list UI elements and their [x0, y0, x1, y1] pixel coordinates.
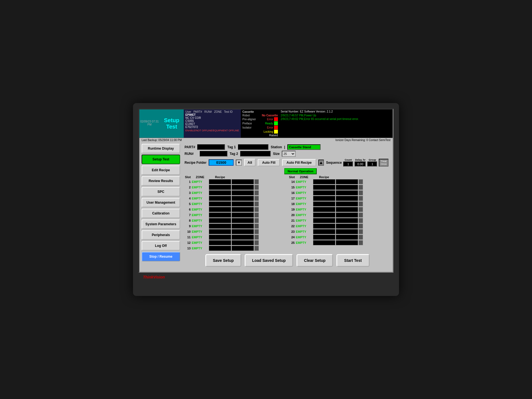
sequence-button[interactable]: Normal Operation: [284, 168, 317, 174]
recipe-input-18[interactable]: [336, 201, 358, 206]
recipe-dropdown-13[interactable]: [254, 246, 259, 251]
recipe-dropdown-25[interactable]: [359, 240, 363, 245]
zone-input-1[interactable]: [209, 179, 231, 184]
zone-input-24[interactable]: [313, 235, 335, 240]
recipe-input-2[interactable]: [232, 185, 254, 190]
recipe-input-8[interactable]: [232, 218, 254, 223]
recipe-input-5[interactable]: [232, 201, 254, 206]
save-setup-button[interactable]: Save Setup: [205, 254, 241, 267]
recipe-dropdown-9[interactable]: [254, 224, 259, 229]
zone-input-10[interactable]: [209, 229, 231, 234]
recipe-input-25[interactable]: [336, 240, 358, 245]
zone-input-5[interactable]: [209, 201, 231, 206]
zone-input-12[interactable]: [209, 240, 231, 245]
recipe-dropdown-19[interactable]: [359, 207, 363, 212]
recipe-input-9[interactable]: [232, 224, 254, 229]
recipe-input-19[interactable]: [336, 207, 358, 212]
zone-input-22[interactable]: [313, 224, 335, 229]
start-test-button[interactable]: Start Test: [336, 254, 370, 267]
recipe-input-1[interactable]: [232, 179, 254, 184]
recipe-dropdown-21[interactable]: [359, 218, 363, 223]
zone-input-17[interactable]: [313, 196, 335, 201]
recipe-input-7[interactable]: [232, 213, 254, 218]
recipe-input-11[interactable]: [232, 235, 254, 240]
recipe-input-16[interactable]: [336, 190, 358, 195]
zone-input-7[interactable]: [209, 213, 231, 218]
recipe-input-24[interactable]: [336, 235, 358, 240]
recipe-dropdown-4[interactable]: [254, 196, 259, 201]
count-input[interactable]: [343, 162, 353, 167]
zone-input-14[interactable]: [313, 179, 335, 184]
recipe-dropdown-14[interactable]: [359, 179, 363, 184]
recipe-input-13[interactable]: [232, 246, 254, 251]
recipe-dropdown-16[interactable]: [359, 190, 363, 195]
zone-input-4[interactable]: [209, 196, 231, 201]
recipe-dropdown-2[interactable]: [254, 185, 259, 190]
user-management-button[interactable]: User Management: [142, 198, 180, 207]
recipe-input-12[interactable]: [232, 240, 254, 245]
tag2-input[interactable]: [240, 151, 271, 157]
recipe-dropdown-10[interactable]: [254, 229, 259, 234]
recipe-input-3[interactable]: [232, 190, 254, 195]
recipe-dropdown-3[interactable]: [254, 190, 259, 195]
recipe-dropdown-24[interactable]: [359, 235, 363, 240]
calibration-button[interactable]: Calibration: [142, 209, 180, 218]
recipe-dropdown-17[interactable]: [359, 196, 363, 201]
zone-input-8[interactable]: [209, 218, 231, 223]
setup-test-button[interactable]: Setup Test: [142, 155, 180, 164]
stop-resume-button[interactable]: Stop / Resume: [142, 252, 180, 261]
recipe-input-10[interactable]: [232, 229, 254, 234]
delay-input[interactable]: [355, 162, 366, 167]
spc-button[interactable]: SPC: [142, 187, 180, 196]
scroll-arrow[interactable]: ▲: [318, 160, 324, 166]
recipe-dropdown-8[interactable]: [254, 218, 259, 223]
recipe-dropdown-23[interactable]: [359, 229, 363, 234]
run-input[interactable]: [200, 151, 227, 157]
recipe-input-4[interactable]: [232, 196, 254, 201]
recipe-input-20[interactable]: [336, 213, 358, 218]
zone-input-15[interactable]: [313, 185, 335, 190]
zone-input-20[interactable]: [313, 213, 335, 218]
size-select[interactable]: 25 13: [282, 151, 296, 157]
zone-input-18[interactable]: [313, 201, 335, 206]
clear-setup-button[interactable]: Clear Setup: [296, 254, 333, 267]
zone-input-25[interactable]: [313, 240, 335, 245]
recipe-input-21[interactable]: [336, 218, 358, 223]
recipe-dropdown-7[interactable]: [254, 213, 259, 218]
recipe-dropdown-11[interactable]: [254, 235, 259, 240]
recipe-input-6[interactable]: [232, 207, 254, 212]
recipe-dropdown-6[interactable]: [254, 207, 259, 212]
recipe-input-22[interactable]: [336, 224, 358, 229]
recipe-folder-dropdown[interactable]: ▼: [236, 160, 242, 166]
runtime-display-button[interactable]: Runtime Display: [142, 144, 180, 153]
system-parameters-button[interactable]: System Parameters: [142, 219, 180, 229]
zone-input-16[interactable]: [313, 190, 335, 195]
part-input[interactable]: [197, 144, 225, 150]
log-off-button[interactable]: Log Off: [142, 241, 180, 250]
zone-input-21[interactable]: [313, 218, 335, 223]
recipe-dropdown-12[interactable]: [254, 240, 259, 245]
zone-input-23[interactable]: [313, 229, 335, 234]
recipe-dropdown-15[interactable]: [359, 185, 363, 190]
station-input[interactable]: [287, 144, 321, 150]
recipe-input-17[interactable]: [336, 196, 358, 201]
tag1-input[interactable]: [238, 144, 268, 150]
recipe-dropdown-1[interactable]: [254, 179, 259, 184]
zone-input-6[interactable]: [209, 207, 231, 212]
recipe-input-14[interactable]: [336, 179, 358, 184]
zone-input-19[interactable]: [313, 207, 335, 212]
auto-fill-recipe-button[interactable]: Auto Fill Recipe: [282, 159, 316, 166]
auto-fill-button[interactable]: Auto Fill: [258, 159, 280, 166]
recipe-folder-input[interactable]: [209, 159, 234, 166]
zone-input-9[interactable]: [209, 224, 231, 229]
zone-input-13[interactable]: [209, 246, 231, 251]
load-saved-setup-button[interactable]: Load Saved Setup: [245, 254, 293, 267]
review-results-button[interactable]: Review Results: [142, 176, 180, 186]
all-button[interactable]: All: [244, 159, 255, 166]
recipe-dropdown-18[interactable]: [359, 201, 363, 206]
recipe-dropdown-20[interactable]: [359, 213, 363, 218]
zone-input-11[interactable]: [209, 235, 231, 240]
recipe-input-15[interactable]: [336, 185, 358, 190]
recipe-dropdown-5[interactable]: [254, 201, 259, 206]
edit-recipe-button[interactable]: Edit Recipe: [142, 165, 180, 175]
